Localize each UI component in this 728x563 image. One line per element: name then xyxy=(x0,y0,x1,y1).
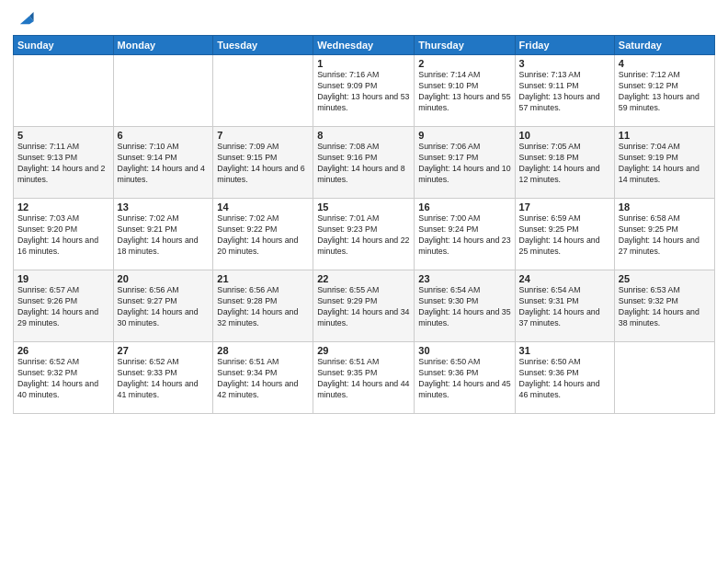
day-number: 22 xyxy=(317,273,410,284)
calendar-cell: 24Sunrise: 6:54 AMSunset: 9:31 PMDayligh… xyxy=(515,270,614,342)
calendar-cell: 27Sunrise: 6:52 AMSunset: 9:33 PMDayligh… xyxy=(113,342,213,414)
day-number: 9 xyxy=(418,130,510,141)
day-info: Sunrise: 7:11 AMSunset: 9:13 PMDaylight:… xyxy=(17,142,109,186)
calendar-cell: 2Sunrise: 7:14 AMSunset: 9:10 PMDaylight… xyxy=(415,55,515,127)
day-info: Sunrise: 7:03 AMSunset: 9:20 PMDaylight:… xyxy=(17,213,109,258)
calendar-cell: 8Sunrise: 7:08 AMSunset: 9:16 PMDaylight… xyxy=(313,127,415,199)
day-info: Sunrise: 7:02 AMSunset: 9:21 PMDaylight:… xyxy=(118,213,210,258)
calendar-table: SundayMondayTuesdayWednesdayThursdayFrid… xyxy=(13,35,715,414)
calendar-cell xyxy=(113,55,213,127)
day-number: 15 xyxy=(317,201,410,213)
day-number: 24 xyxy=(519,273,610,284)
calendar-cell xyxy=(14,55,114,127)
day-number: 4 xyxy=(619,58,711,69)
day-number: 31 xyxy=(519,345,610,356)
day-number: 18 xyxy=(619,201,711,213)
calendar-cell: 9Sunrise: 7:06 AMSunset: 9:17 PMDaylight… xyxy=(415,127,515,199)
day-info: Sunrise: 7:09 AMSunset: 9:15 PMDaylight:… xyxy=(217,142,309,186)
day-info: Sunrise: 6:55 AMSunset: 9:29 PMDaylight:… xyxy=(317,285,410,329)
calendar-cell xyxy=(213,55,313,127)
calendar-cell: 26Sunrise: 6:52 AMSunset: 9:32 PMDayligh… xyxy=(14,342,114,414)
calendar-body: 1Sunrise: 7:16 AMSunset: 9:09 PMDaylight… xyxy=(14,55,715,414)
day-number: 3 xyxy=(519,58,610,69)
day-number: 10 xyxy=(519,130,610,141)
day-number: 1 xyxy=(317,58,410,69)
day-info: Sunrise: 6:54 AMSunset: 9:31 PMDaylight:… xyxy=(519,285,610,329)
day-number: 27 xyxy=(118,345,210,356)
day-info: Sunrise: 6:51 AMSunset: 9:34 PMDaylight:… xyxy=(217,357,309,401)
day-number: 19 xyxy=(17,273,109,284)
calendar-cell: 7Sunrise: 7:09 AMSunset: 9:15 PMDaylight… xyxy=(213,127,313,199)
day-number: 16 xyxy=(418,201,510,213)
calendar-cell: 13Sunrise: 7:02 AMSunset: 9:21 PMDayligh… xyxy=(113,199,213,270)
day-info: Sunrise: 6:59 AMSunset: 9:25 PMDaylight:… xyxy=(519,213,610,258)
calendar-cell: 22Sunrise: 6:55 AMSunset: 9:29 PMDayligh… xyxy=(313,270,415,342)
day-info: Sunrise: 6:50 AMSunset: 9:36 PMDaylight:… xyxy=(519,357,610,401)
page: SundayMondayTuesdayWednesdayThursdayFrid… xyxy=(0,0,728,563)
day-number: 29 xyxy=(317,345,410,356)
column-header-wednesday: Wednesday xyxy=(313,36,415,55)
day-number: 12 xyxy=(17,201,109,213)
column-header-saturday: Saturday xyxy=(614,36,714,55)
day-info: Sunrise: 7:05 AMSunset: 9:18 PMDaylight:… xyxy=(519,142,610,186)
day-info: Sunrise: 7:14 AMSunset: 9:10 PMDaylight:… xyxy=(418,70,510,114)
column-header-sunday: Sunday xyxy=(14,36,114,55)
day-info: Sunrise: 7:01 AMSunset: 9:23 PMDaylight:… xyxy=(317,213,410,258)
week-row-3: 12Sunrise: 7:03 AMSunset: 9:20 PMDayligh… xyxy=(14,199,715,270)
calendar-cell: 20Sunrise: 6:56 AMSunset: 9:27 PMDayligh… xyxy=(113,270,213,342)
day-number: 25 xyxy=(619,273,711,284)
day-number: 17 xyxy=(519,201,610,213)
day-info: Sunrise: 6:54 AMSunset: 9:30 PMDaylight:… xyxy=(418,285,510,329)
day-number: 23 xyxy=(418,273,510,284)
calendar-cell: 1Sunrise: 7:16 AMSunset: 9:09 PMDaylight… xyxy=(313,55,415,127)
calendar-cell: 19Sunrise: 6:57 AMSunset: 9:26 PMDayligh… xyxy=(14,270,114,342)
day-info: Sunrise: 7:06 AMSunset: 9:17 PMDaylight:… xyxy=(418,142,510,186)
day-info: Sunrise: 6:52 AMSunset: 9:33 PMDaylight:… xyxy=(118,357,210,401)
column-header-tuesday: Tuesday xyxy=(213,36,313,55)
logo xyxy=(13,9,35,29)
week-row-5: 26Sunrise: 6:52 AMSunset: 9:32 PMDayligh… xyxy=(14,342,715,414)
header-row: SundayMondayTuesdayWednesdayThursdayFrid… xyxy=(14,36,715,55)
calendar-cell: 3Sunrise: 7:13 AMSunset: 9:11 PMDaylight… xyxy=(515,55,614,127)
calendar-cell: 31Sunrise: 6:50 AMSunset: 9:36 PMDayligh… xyxy=(515,342,614,414)
calendar-cell: 25Sunrise: 6:53 AMSunset: 9:32 PMDayligh… xyxy=(614,270,714,342)
day-info: Sunrise: 6:56 AMSunset: 9:27 PMDaylight:… xyxy=(118,285,210,329)
day-info: Sunrise: 6:51 AMSunset: 9:35 PMDaylight:… xyxy=(317,357,410,401)
day-info: Sunrise: 7:00 AMSunset: 9:24 PMDaylight:… xyxy=(418,213,510,258)
day-info: Sunrise: 6:50 AMSunset: 9:36 PMDaylight:… xyxy=(418,357,510,401)
calendar-cell: 12Sunrise: 7:03 AMSunset: 9:20 PMDayligh… xyxy=(14,199,114,270)
column-header-thursday: Thursday xyxy=(415,36,515,55)
day-number: 30 xyxy=(418,345,510,356)
calendar-cell xyxy=(614,342,714,414)
day-info: Sunrise: 6:57 AMSunset: 9:26 PMDaylight:… xyxy=(17,285,109,329)
calendar-cell: 28Sunrise: 6:51 AMSunset: 9:34 PMDayligh… xyxy=(213,342,313,414)
column-header-monday: Monday xyxy=(113,36,213,55)
day-info: Sunrise: 7:13 AMSunset: 9:11 PMDaylight:… xyxy=(519,70,610,114)
calendar-cell: 11Sunrise: 7:04 AMSunset: 9:19 PMDayligh… xyxy=(614,127,714,199)
calendar-cell: 5Sunrise: 7:11 AMSunset: 9:13 PMDaylight… xyxy=(14,127,114,199)
calendar-cell: 29Sunrise: 6:51 AMSunset: 9:35 PMDayligh… xyxy=(313,342,415,414)
day-number: 6 xyxy=(118,130,210,141)
day-info: Sunrise: 6:53 AMSunset: 9:32 PMDaylight:… xyxy=(619,285,711,329)
day-info: Sunrise: 6:58 AMSunset: 9:25 PMDaylight:… xyxy=(619,213,711,258)
day-info: Sunrise: 6:56 AMSunset: 9:28 PMDaylight:… xyxy=(217,285,309,329)
logo-icon xyxy=(15,9,35,29)
week-row-1: 1Sunrise: 7:16 AMSunset: 9:09 PMDaylight… xyxy=(14,55,715,127)
day-number: 20 xyxy=(118,273,210,284)
day-number: 11 xyxy=(619,130,711,141)
calendar-cell: 4Sunrise: 7:12 AMSunset: 9:12 PMDaylight… xyxy=(614,55,714,127)
day-number: 8 xyxy=(317,130,410,141)
day-number: 28 xyxy=(217,345,309,356)
day-info: Sunrise: 7:10 AMSunset: 9:14 PMDaylight:… xyxy=(118,142,210,186)
calendar-cell: 23Sunrise: 6:54 AMSunset: 9:30 PMDayligh… xyxy=(415,270,515,342)
week-row-2: 5Sunrise: 7:11 AMSunset: 9:13 PMDaylight… xyxy=(14,127,715,199)
calendar-cell: 17Sunrise: 6:59 AMSunset: 9:25 PMDayligh… xyxy=(515,199,614,270)
calendar-cell: 21Sunrise: 6:56 AMSunset: 9:28 PMDayligh… xyxy=(213,270,313,342)
day-number: 26 xyxy=(17,345,109,356)
day-number: 14 xyxy=(217,201,309,213)
day-info: Sunrise: 7:12 AMSunset: 9:12 PMDaylight:… xyxy=(619,70,711,114)
day-info: Sunrise: 7:08 AMSunset: 9:16 PMDaylight:… xyxy=(317,142,410,186)
week-row-4: 19Sunrise: 6:57 AMSunset: 9:26 PMDayligh… xyxy=(14,270,715,342)
day-number: 21 xyxy=(217,273,309,284)
day-number: 2 xyxy=(418,58,510,69)
